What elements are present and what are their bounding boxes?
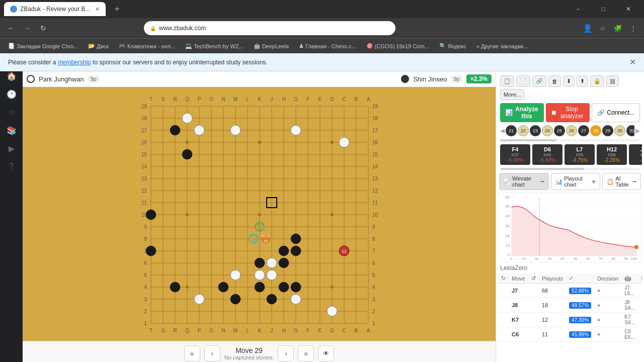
move-26[interactable]: 26 [566, 125, 577, 136]
table-row[interactable]: K7 12 47.30% + K7 S4... [498, 313, 642, 327]
blunder-card-0[interactable]: F4 #37 -6.98% [500, 144, 530, 165]
star-btn[interactable]: ☆ [596, 21, 610, 35]
svg-text:18: 18 [372, 116, 378, 121]
svg-text:P: P [198, 328, 201, 333]
blunder-card-1[interactable]: D6 #45 -5.84% [532, 144, 562, 165]
ai-table-tab[interactable]: 📋 AI Table − [602, 173, 641, 190]
prev-move-btn[interactable]: ‹ [204, 345, 220, 361]
maximize-btn[interactable]: □ [592, 0, 615, 18]
bookmark-7[interactable]: 🎯 (CGOS) 19x19 Com... [362, 42, 433, 50]
menu-btn[interactable]: ⋮ [626, 21, 640, 35]
minimize-btn[interactable]: − [567, 0, 590, 18]
table-row[interactable]: J8 18 48.57% + J8 S4... [498, 298, 642, 313]
more-btn[interactable]: More... [500, 89, 524, 100]
svg-text:18: 18 [258, 227, 262, 231]
bookmark-6[interactable]: ♟ Главная - Chess.c... [295, 42, 360, 50]
address-bar[interactable]: 🔒 www.zbaduk.com [144, 21, 395, 35]
download-btn[interactable]: ⬇ [563, 75, 575, 87]
tab-close-btn[interactable]: ✕ [95, 6, 100, 13]
connect-btn[interactable]: 🔗 Connect... [592, 103, 640, 122]
move-strip-prev[interactable]: ◀ [500, 127, 505, 134]
upload-btn[interactable]: ⬆ [577, 75, 588, 87]
row-decision-btn-2[interactable]: 47.30% [566, 313, 594, 327]
svg-text:5: 5 [144, 273, 147, 278]
playout-chart-tab[interactable]: 📊 Playout chart + [551, 173, 600, 190]
row-playouts-2: 12 [539, 313, 566, 327]
blunder-card-4[interactable]: JC #30 -2... [629, 144, 642, 165]
row-decision-btn-1[interactable]: 48.57% [566, 298, 594, 313]
blunder-card-2[interactable]: L7 #55 -3.75% [565, 144, 595, 165]
move-25[interactable]: 25 [554, 125, 565, 136]
extension-btn[interactable]: 🧩 [611, 21, 625, 35]
banner-close-btn[interactable]: ✕ [629, 57, 636, 67]
reload-btn[interactable]: ↻ [36, 21, 50, 35]
move-29[interactable]: 29 [602, 125, 613, 136]
move-strip-next[interactable]: ▶ [635, 127, 640, 134]
go-board-svg[interactable]: TSR QPO NML KJH GFE DCB A 191817 161514 … [136, 91, 382, 337]
white-player-rank: 9p [88, 75, 99, 82]
left-history-icon[interactable]: 🕐 [4, 86, 20, 102]
bookmark-8[interactable]: 🔍 Яндекс [435, 42, 470, 50]
bookmark-3[interactable]: 🎮 Клавогонки - онл... [115, 42, 179, 50]
profile-btn[interactable]: 👤 [581, 21, 595, 35]
next-move-btn[interactable]: › [278, 345, 294, 361]
blunder-card-3[interactable]: H12 #58 -2.26% [597, 144, 627, 165]
move-31[interactable]: 31 [626, 125, 634, 136]
svg-text:E: E [318, 97, 322, 102]
winrate-chart-tab[interactable]: 📈 Winrate chart − [499, 173, 549, 190]
table-row[interactable]: J7 68 52.88% + J7 L6... [498, 284, 642, 298]
move-21[interactable]: 21 [506, 125, 517, 136]
share-btn[interactable]: 🔗 [532, 75, 546, 87]
blunder-pct-0: -6.98% [507, 157, 523, 163]
move-22[interactable]: 22 [518, 125, 529, 136]
move-strip-scrollbar-thumb[interactable] [500, 139, 556, 141]
delete-btn[interactable]: 🗑 [548, 75, 561, 87]
close-btn[interactable]: ✕ [617, 0, 640, 18]
first-move-btn[interactable]: « [184, 345, 200, 361]
tab-title: ZBaduk - Review your B... [20, 6, 90, 13]
svg-text:14: 14 [372, 164, 378, 169]
left-book-icon[interactable]: 📚 [4, 122, 20, 138]
bookmark-5[interactable]: 🤖 DeepLeela [250, 42, 293, 50]
forward-btn[interactable]: → [20, 21, 34, 35]
bookmark-2[interactable]: 📂 Диск [84, 42, 113, 50]
left-home-icon[interactable]: 🏠 [4, 68, 20, 84]
connect-icon: 🔗 [597, 109, 605, 116]
last-move-btn[interactable]: » [298, 345, 314, 361]
row-decision-btn-3[interactable]: 45.89% [566, 327, 594, 342]
left-play-icon[interactable]: ▶ [4, 140, 20, 156]
active-tab[interactable]: ZBaduk - Review your B... ✕ [4, 2, 106, 16]
row-decision-btn-0[interactable]: 52.88% [566, 284, 594, 298]
analyze-btn[interactable]: 📊 Analyze this [500, 103, 544, 122]
bottom-controls: « ‹ Move 29 No captured stones. › » 👁 [23, 341, 496, 362]
membership-link[interactable]: membership [58, 59, 91, 66]
move-28[interactable]: 28 [590, 125, 601, 136]
paste-btn[interactable]: 📄 [516, 75, 530, 87]
blunder-scrollbar-thumb[interactable] [500, 168, 584, 170]
col-seq: S... [638, 274, 642, 284]
move-27[interactable]: 27 [578, 125, 589, 136]
move-30[interactable]: 30 [614, 125, 625, 136]
left-help-icon[interactable]: ? [4, 158, 20, 174]
link-btn[interactable]: ⛓ [606, 75, 619, 87]
svg-point-151 [327, 306, 337, 316]
toggle-view-btn[interactable]: 👁 [318, 345, 334, 361]
back-btn[interactable]: ← [4, 21, 18, 35]
svg-point-140 [182, 113, 192, 123]
stop-btn[interactable]: ⏹ Stop analyzer [546, 103, 590, 122]
white-stone-indicator [27, 75, 35, 83]
lock-btn[interactable]: 🔒 [590, 75, 604, 87]
left-star-icon[interactable]: ☆ [4, 104, 20, 120]
move-24[interactable]: 24 [542, 125, 553, 136]
svg-text:60: 60 [505, 195, 510, 200]
copy-btn[interactable]: 📋 [500, 75, 514, 87]
svg-text:D: D [330, 328, 334, 333]
bookmark-4[interactable]: 💻 TechBench by WZ... [181, 42, 247, 50]
move-23[interactable]: 23 [530, 125, 541, 136]
bookmark-1[interactable]: 📑 Закладки Google Chro... [4, 42, 82, 50]
table-row[interactable]: C6 11 45.89% + C6 E6... [498, 327, 642, 342]
svg-text:H: H [282, 97, 285, 102]
chrome-titlebar: ZBaduk - Review your B... ✕ + − □ ✕ [0, 0, 644, 18]
new-tab-btn[interactable]: + [110, 2, 124, 16]
bookmark-more[interactable]: » Другие закладки... [472, 42, 532, 50]
